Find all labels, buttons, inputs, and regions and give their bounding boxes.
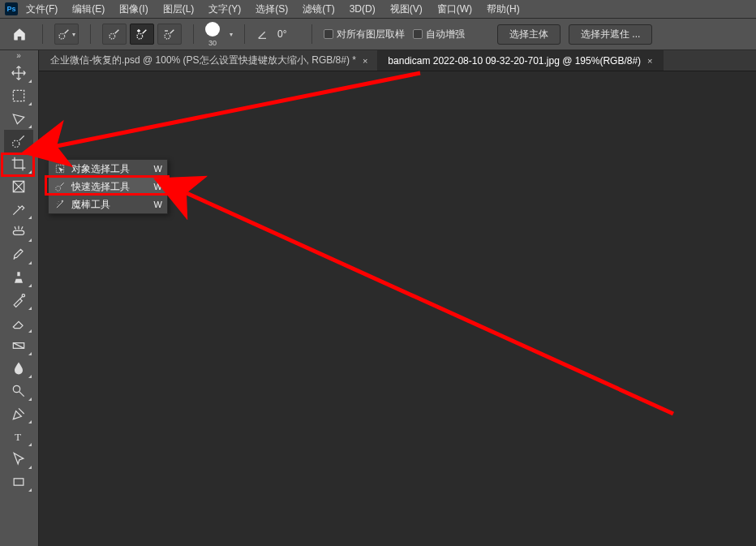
eraser-tool[interactable] bbox=[4, 312, 33, 334]
tab-label: 企业微信-恢复的.psd @ 100% (PS怎么设置快捷键放大缩小, RGB/… bbox=[50, 54, 356, 67]
flyout-quick-selection[interactable]: 快速选择工具 W bbox=[49, 178, 167, 196]
svg-point-5 bbox=[13, 140, 19, 147]
document-tab-1[interactable]: 企业微信-恢复的.psd @ 100% (PS怎么设置快捷键放大缩小, RGB/… bbox=[41, 50, 378, 71]
flyout-shortcut: W bbox=[154, 182, 162, 191]
sample-all-layers-label: 对所有图层取样 bbox=[337, 28, 405, 41]
menu-layer[interactable]: 图层(L) bbox=[157, 1, 201, 18]
checkbox-icon bbox=[413, 29, 423, 39]
menu-image[interactable]: 图像(I) bbox=[113, 1, 154, 18]
options-bar: ▾ 30 ▾ 0° 对所有图层取样 自动增强 选择主体 选择并遮住 ... bbox=[0, 18, 756, 50]
brush-size-value: 30 bbox=[208, 40, 217, 47]
path-selection-tool[interactable] bbox=[4, 448, 33, 471]
gradient-tool[interactable] bbox=[4, 334, 33, 357]
quick-selection-tool[interactable] bbox=[4, 130, 33, 153]
divider bbox=[193, 24, 194, 44]
type-tool[interactable]: T bbox=[4, 425, 33, 448]
svg-point-8 bbox=[22, 294, 24, 297]
menu-window[interactable]: 窗口(W) bbox=[431, 1, 479, 18]
angle-value[interactable]: 0° bbox=[277, 28, 300, 40]
sample-all-layers-checkbox[interactable]: 对所有图层取样 bbox=[324, 28, 405, 41]
mode-subtract-selection[interactable] bbox=[157, 24, 182, 45]
home-button[interactable] bbox=[8, 23, 31, 45]
divider bbox=[244, 24, 245, 44]
crop-tool[interactable] bbox=[4, 153, 33, 175]
brush-tool[interactable] bbox=[4, 243, 33, 266]
svg-rect-4 bbox=[13, 90, 24, 101]
mode-new-selection[interactable] bbox=[102, 24, 127, 45]
svg-point-1 bbox=[110, 33, 115, 39]
magic-wand-icon bbox=[54, 199, 67, 210]
mode-add-selection[interactable] bbox=[130, 24, 154, 45]
tool-preset-picker[interactable]: ▾ bbox=[54, 24, 79, 45]
divider bbox=[42, 24, 43, 44]
quick-selection-icon bbox=[54, 181, 67, 192]
menu-edit[interactable]: 编辑(E) bbox=[66, 1, 111, 18]
flyout-shortcut: W bbox=[154, 164, 162, 174]
close-icon[interactable]: × bbox=[647, 56, 652, 66]
divider bbox=[311, 24, 312, 44]
flyout-label: 对象选择工具 bbox=[71, 162, 149, 176]
document-tab-2[interactable]: bandicam 2022-08-10 09-32-20-701.jpg @ 1… bbox=[378, 50, 663, 71]
menu-view[interactable]: 视图(V) bbox=[384, 1, 429, 18]
brush-preview-icon bbox=[205, 22, 220, 37]
brush-add-icon bbox=[135, 28, 148, 41]
object-selection-icon bbox=[54, 163, 67, 174]
brush-subtract-icon bbox=[163, 28, 176, 41]
auto-enhance-checkbox[interactable]: 自动增强 bbox=[413, 28, 465, 41]
svg-point-14 bbox=[56, 186, 61, 191]
brush-icon bbox=[58, 28, 71, 41]
svg-point-10 bbox=[13, 385, 19, 392]
menu-help[interactable]: 帮助(H) bbox=[480, 1, 526, 18]
tool-flyout-menu: 对象选择工具 W 快速选择工具 W 魔棒工具 W bbox=[48, 159, 168, 214]
flyout-object-selection[interactable]: 对象选择工具 W bbox=[49, 160, 167, 178]
select-and-mask-button[interactable]: 选择并遮住 ... bbox=[569, 24, 652, 45]
menubar: Ps 文件(F) 编辑(E) 图像(I) 图层(L) 文字(Y) 选择(S) 滤… bbox=[0, 0, 756, 18]
flyout-label: 快速选择工具 bbox=[71, 180, 149, 194]
svg-point-2 bbox=[137, 33, 143, 39]
healing-brush-tool[interactable] bbox=[4, 221, 33, 243]
close-icon[interactable]: × bbox=[363, 56, 367, 66]
clone-stamp-tool[interactable] bbox=[4, 266, 33, 289]
svg-rect-12 bbox=[14, 479, 24, 485]
document-tabs: 企业微信-恢复的.psd @ 100% (PS怎么设置快捷键放大缩小, RGB/… bbox=[0, 50, 756, 71]
svg-point-0 bbox=[59, 33, 65, 39]
rectangle-tool[interactable] bbox=[4, 471, 33, 493]
menu-select[interactable]: 选择(S) bbox=[249, 1, 294, 18]
history-brush-tool[interactable] bbox=[4, 289, 33, 312]
flyout-shortcut: W bbox=[154, 200, 162, 209]
svg-point-3 bbox=[165, 33, 170, 39]
flyout-label: 魔棒工具 bbox=[71, 198, 149, 212]
menu-3d[interactable]: 3D(D) bbox=[343, 2, 382, 16]
move-tool[interactable] bbox=[4, 62, 33, 84]
menu-type[interactable]: 文字(Y) bbox=[202, 1, 247, 18]
brush-size-picker[interactable]: 30 bbox=[205, 22, 220, 47]
chevron-down-icon[interactable]: ▾ bbox=[230, 31, 233, 38]
svg-text:T: T bbox=[15, 431, 21, 443]
lasso-tool[interactable] bbox=[4, 107, 33, 130]
blur-tool[interactable] bbox=[4, 357, 33, 380]
canvas-area[interactable] bbox=[39, 71, 756, 546]
pen-tool[interactable] bbox=[4, 402, 33, 425]
checkbox-icon bbox=[324, 29, 333, 39]
select-subject-button[interactable]: 选择主体 bbox=[497, 24, 561, 45]
chevron-down-icon: ▾ bbox=[72, 31, 75, 38]
toolbar: » T bbox=[0, 50, 39, 546]
auto-enhance-label: 自动增强 bbox=[426, 28, 465, 41]
marquee-tool[interactable] bbox=[4, 84, 33, 107]
svg-rect-7 bbox=[13, 230, 24, 234]
flyout-magic-wand[interactable]: 魔棒工具 W bbox=[49, 196, 167, 213]
home-icon bbox=[12, 27, 27, 41]
brush-new-icon bbox=[108, 28, 121, 41]
ps-logo: Ps bbox=[5, 2, 18, 15]
frame-tool[interactable] bbox=[4, 175, 33, 198]
dodge-tool[interactable] bbox=[4, 380, 33, 402]
divider bbox=[90, 24, 91, 44]
menu-file[interactable]: 文件(F) bbox=[19, 1, 64, 18]
angle-icon bbox=[256, 28, 269, 41]
menu-filter[interactable]: 滤镜(T) bbox=[296, 1, 341, 18]
toolbar-expand-button[interactable]: » bbox=[0, 50, 37, 60]
eyedropper-tool[interactable] bbox=[4, 198, 33, 221]
tab-label: bandicam 2022-08-10 09-32-20-701.jpg @ 1… bbox=[388, 55, 641, 67]
